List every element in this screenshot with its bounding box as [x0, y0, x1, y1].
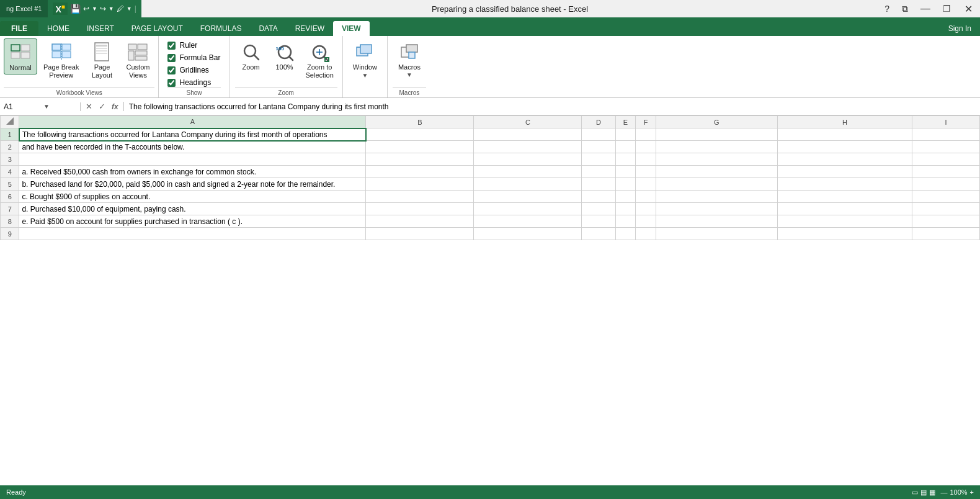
headings-checkbox-container[interactable]: Headings — [167, 78, 220, 87]
window-btn[interactable]: Window▼ — [348, 38, 382, 82]
cell-B5[interactable] — [366, 178, 474, 191]
col-header-i[interactable]: I — [912, 116, 980, 128]
cell-H2[interactable] — [777, 141, 912, 153]
cell-I2[interactable] — [912, 141, 980, 153]
maximize-btn[interactable]: ❐ — [937, 0, 957, 17]
cell-G5[interactable] — [656, 178, 777, 191]
headings-checkbox[interactable] — [167, 79, 176, 87]
row-header-9[interactable]: 9 — [1, 228, 19, 240]
page-layout-btn[interactable]: Page Layout — [85, 38, 118, 82]
cell-H5[interactable] — [777, 178, 912, 191]
cell-E9[interactable] — [615, 228, 636, 240]
cell-A1[interactable]: The following transactions occurred for … — [19, 128, 366, 141]
app-tab[interactable]: ng Excel #1 — [0, 0, 48, 17]
zoom-100-btn[interactable]: 100 100% — [270, 38, 300, 73]
cell-F7[interactable] — [636, 203, 656, 215]
formula-bar-checkbox[interactable] — [167, 54, 176, 62]
row-header-6[interactable]: 6 — [1, 191, 19, 203]
cell-E7[interactable] — [615, 203, 636, 215]
cell-A9[interactable] — [19, 228, 366, 240]
cell-F2[interactable] — [636, 141, 656, 153]
cell-H6[interactable] — [777, 191, 912, 203]
cell-I8[interactable] — [912, 215, 980, 228]
cell-C9[interactable] — [474, 228, 582, 240]
gridlines-checkbox[interactable] — [167, 66, 176, 74]
cell-A2[interactable]: and have been recorded in the T-accounts… — [19, 141, 366, 153]
cell-B7[interactable] — [366, 203, 474, 215]
sheet-view-normal-icon[interactable]: ▭ — [912, 488, 918, 497]
sheet-view-layout-icon[interactable]: ▤ — [920, 488, 927, 497]
custom-views-btn[interactable]: Custom Views — [121, 38, 154, 82]
help-btn[interactable]: ? — [878, 0, 896, 17]
cell-H7[interactable] — [777, 203, 912, 215]
close-btn[interactable]: ✕ — [957, 0, 980, 17]
cell-E8[interactable] — [615, 215, 636, 228]
cell-A4[interactable]: a. Received $50,000 cash from owners in … — [19, 166, 366, 178]
cell-ref-dropdown-icon[interactable]: ▼ — [43, 103, 50, 110]
cell-G6[interactable] — [656, 191, 777, 203]
cell-D7[interactable] — [582, 203, 615, 215]
customize-icon[interactable]: 🖊 — [117, 4, 124, 13]
formula-bar-checkbox-container[interactable]: Formula Bar — [167, 53, 220, 62]
tab-home[interactable]: HOME — [38, 21, 78, 36]
cell-ref-input[interactable] — [4, 102, 41, 111]
cell-C1[interactable] — [474, 128, 582, 141]
cell-B9[interactable] — [366, 228, 474, 240]
col-header-a[interactable]: A — [19, 116, 366, 128]
tab-file[interactable]: FILE — [0, 21, 38, 36]
col-header-d[interactable]: D — [582, 116, 615, 128]
cell-H9[interactable] — [777, 228, 912, 240]
redo-dropdown-icon[interactable]: ▼ — [109, 6, 114, 12]
cell-F9[interactable] — [636, 228, 656, 240]
cell-C3[interactable] — [474, 153, 582, 166]
cell-C8[interactable] — [474, 215, 582, 228]
cell-A6[interactable]: c. Bought $900 of supplies on account. — [19, 191, 366, 203]
cell-H8[interactable] — [777, 215, 912, 228]
tab-insert[interactable]: INSERT — [78, 21, 123, 36]
undo-icon[interactable]: ↩ — [83, 4, 89, 13]
save-icon[interactable]: 💾 — [70, 4, 81, 14]
cell-F3[interactable] — [636, 153, 656, 166]
cell-D5[interactable] — [582, 178, 615, 191]
zoom-in-icon[interactable]: + — [970, 488, 974, 496]
cell-C5[interactable] — [474, 178, 582, 191]
cell-D9[interactable] — [582, 228, 615, 240]
cell-I4[interactable] — [912, 166, 980, 178]
cell-I5[interactable] — [912, 178, 980, 191]
cell-D3[interactable] — [582, 153, 615, 166]
row-header-4[interactable]: 4 — [1, 166, 19, 178]
cell-A3[interactable] — [19, 153, 366, 166]
cell-B4[interactable] — [366, 166, 474, 178]
col-header-b[interactable]: B — [366, 116, 474, 128]
col-header-h[interactable]: H — [777, 116, 912, 128]
cancel-formula-icon[interactable]: ✕ — [84, 102, 94, 111]
cell-C2[interactable] — [474, 141, 582, 153]
cell-E2[interactable] — [615, 141, 636, 153]
cell-C7[interactable] — [474, 203, 582, 215]
cell-B2[interactable] — [366, 141, 474, 153]
cell-B8[interactable] — [366, 215, 474, 228]
insert-function-icon[interactable]: fx — [110, 102, 120, 111]
gridlines-checkbox-container[interactable]: Gridlines — [167, 66, 220, 74]
minimize-btn[interactable]: — — [914, 0, 937, 17]
col-header-c[interactable]: C — [474, 116, 582, 128]
row-header-8[interactable]: 8 — [1, 215, 19, 228]
zoom-to-selection-btn[interactable]: Zoom to Selection — [302, 38, 337, 82]
cell-E6[interactable] — [615, 191, 636, 203]
row-header-7[interactable]: 7 — [1, 203, 19, 215]
row-header-1[interactable]: 1 — [1, 128, 19, 141]
tab-page-layout[interactable]: PAGE LAYOUT — [123, 21, 192, 36]
ruler-checkbox[interactable] — [167, 42, 176, 50]
cell-I9[interactable] — [912, 228, 980, 240]
cell-D1[interactable] — [582, 128, 615, 141]
cell-F5[interactable] — [636, 178, 656, 191]
cell-E4[interactable] — [615, 166, 636, 178]
row-header-2[interactable]: 2 — [1, 141, 19, 153]
cell-G9[interactable] — [656, 228, 777, 240]
cell-F1[interactable] — [636, 128, 656, 141]
cell-A5[interactable]: b. Purchased land for $20,000, paid $5,0… — [19, 178, 366, 191]
cell-B3[interactable] — [366, 153, 474, 166]
cell-F4[interactable] — [636, 166, 656, 178]
cell-A7[interactable]: d. Purchased $10,000 of equipment, payin… — [19, 203, 366, 215]
cell-E5[interactable] — [615, 178, 636, 191]
